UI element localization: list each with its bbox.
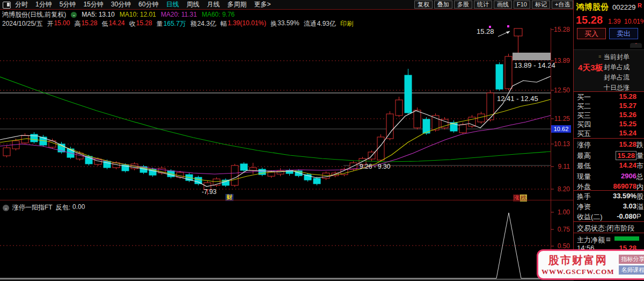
ohlc-info-line: 2024/10/25/五开15.00高15.28低14.24收15.28量165…	[2, 20, 353, 27]
day-info-token: 幅1.39(10.01%)	[221, 19, 266, 28]
day-info-token: 高15.28	[74, 19, 97, 28]
limit-up-rank-badge[interactable]: 涨 榜	[513, 194, 527, 201]
period-item-月线[interactable]: 月线	[207, 0, 219, 9]
axis-label: 8.20	[551, 185, 570, 193]
order-row-买四[interactable]: 买四15.25	[574, 120, 644, 128]
window-layout-icon[interactable]	[3, 2, 11, 9]
margin-flag: R	[638, 2, 642, 9]
order-row-买三[interactable]: 买三15.26	[574, 111, 644, 119]
axis-label: 10.13	[551, 140, 570, 148]
panel-separator	[574, 190, 644, 191]
quote-panel: 鸿博股份 002229 R 15.28 1.39 10.01% 买入 卖出 ⌃ …	[574, 0, 644, 281]
stat-row-最低: 最低14.24市	[574, 161, 644, 170]
day-info-token: 换33.59%	[270, 19, 299, 28]
trading-status: 交易状态:闭市阶段	[577, 224, 635, 233]
axis-label: 11.25	[551, 115, 570, 123]
period-item-60分钟[interactable]: 60分钟	[138, 0, 158, 9]
ma-values: MA5: 13.10MA10: 12.01MA20: 11.31MA60: 9.…	[82, 11, 235, 18]
axis-border	[551, 28, 551, 278]
period-item-周线[interactable]: 周线	[186, 0, 199, 9]
order-row-买一[interactable]: 买一15.28	[574, 92, 644, 101]
current-price: 15.28	[576, 14, 603, 26]
watermark: 股市财富网 WWW.GSCFW.COM 指标分享名师课程	[537, 249, 644, 280]
collapse-circle-icon[interactable]: ⌄	[71, 12, 77, 18]
watermark-badge[interactable]: 指标分享	[619, 255, 644, 264]
indicator-field: 反包:	[56, 203, 70, 212]
day-info-token: 开15.00	[47, 19, 70, 28]
trading-app-window: 分时1分钟5分钟15分钟30分钟60分钟日线周线月线多周期更多> 复权叠加多股统…	[0, 0, 644, 281]
price-change: 1.39	[608, 18, 620, 25]
seal-line: 当前封单	[604, 53, 630, 62]
indicator-name: 涨停一阳指FT	[12, 203, 53, 212]
pane-divider[interactable]	[0, 200, 574, 200]
period-item-多周期[interactable]: 多周期	[227, 0, 246, 9]
topbar-divider	[0, 9, 644, 10]
watermark-badges: 指标分享名师课程	[619, 255, 644, 275]
chart-info-line: 鸿博股份(日线,前复权) ⌄ MA5: 13.10MA10: 12.01MA20…	[2, 11, 235, 18]
axis-label: 12.50	[551, 87, 570, 94]
order-row-买五[interactable]: 买五15.24	[574, 129, 644, 138]
watermark-badge[interactable]: 名师课程	[619, 265, 644, 275]
period-item-1分钟[interactable]: 1分钟	[35, 0, 52, 9]
limit-up-streak: 4天3板	[578, 63, 603, 73]
buy-button[interactable]: 买入	[577, 28, 606, 39]
zone-low-annotation: 9.26 - 9.30	[360, 163, 390, 170]
tool-button-+自选[interactable]: +自选	[552, 1, 573, 9]
axis-label: 13.89	[551, 57, 570, 64]
axis-label: 9.11	[551, 163, 570, 170]
ma-token: MA60: 9.76	[202, 11, 235, 18]
stat-row-净资: 净资3.03溢	[574, 202, 644, 211]
day-info-token: 流通4.93亿	[304, 19, 336, 28]
seal-info-block: 4天3板 ≡ 当前封单封单占成封单占流十日总涨	[574, 49, 644, 91]
tool-button-叠加[interactable]: 叠加	[434, 1, 452, 9]
stock-code: 002229	[612, 3, 635, 11]
period-item-5分钟[interactable]: 5分钟	[60, 0, 76, 9]
drawn-line-value-box: 10.62	[551, 125, 571, 133]
collapse-icon[interactable]: ⌄	[3, 205, 9, 211]
stock-name: 鸿博股份	[576, 2, 609, 12]
day-info-token: 印刷	[340, 19, 353, 28]
day-info-token: 量165.7万	[157, 19, 186, 28]
indicator-value: 0.00	[72, 203, 85, 212]
tool-button-F10[interactable]: F10	[514, 1, 530, 9]
panel-separator	[574, 138, 644, 139]
tool-button-标记[interactable]: 标记	[532, 1, 550, 9]
axis-label: 1.00	[551, 208, 570, 216]
top-menu-bar: 分时1分钟5分钟15分钟30分钟60分钟日线周线月线多周期更多> 复权叠加多股统…	[0, 0, 644, 9]
period-item-分时[interactable]: 分时	[15, 0, 28, 9]
axis-label: 0.50	[551, 242, 570, 250]
seal-line: 封单占成	[604, 63, 630, 72]
zone-mid-annotation: 12.41 - 12.45	[497, 95, 538, 103]
tool-button-多股[interactable]: 多股	[454, 1, 472, 9]
period-item-日线[interactable]: 日线	[166, 0, 179, 9]
low-price-annotation: -7.93	[202, 188, 216, 196]
tool-button-统计[interactable]: 统计	[474, 1, 492, 9]
tool-button-复权[interactable]: 复权	[414, 1, 433, 9]
candlestick-chart[interactable]	[0, 0, 573, 281]
seal-line: 封单占流	[604, 73, 630, 82]
sell-button[interactable]: 卖出	[609, 28, 638, 39]
period-menu: 分时1分钟5分钟15分钟30分钟60分钟日线周线月线多周期更多>	[15, 0, 270, 9]
period-item-30分钟[interactable]: 30分钟	[111, 0, 131, 9]
order-row-买二[interactable]: 买二15.27	[574, 102, 644, 110]
stat-row-现量: 现量2906总	[574, 172, 644, 181]
tool-button-画线[interactable]: 画线	[494, 1, 512, 9]
day-info-token: 额24.3亿	[191, 19, 216, 28]
period-item-15分钟[interactable]: 15分钟	[83, 0, 103, 9]
day-info-token: 收15.28	[129, 19, 152, 28]
panel-collapse-tab[interactable]: ⌃	[630, 43, 642, 48]
stat-row-外盘: 外盘869078内	[574, 182, 644, 191]
period-item-更多>[interactable]: 更多>	[254, 0, 270, 9]
panel-separator	[574, 221, 644, 222]
price-change-pct: 10.01%	[624, 18, 644, 25]
list-icon: ≡	[598, 54, 601, 59]
stat-row-换手: 换手33.59%股	[574, 192, 644, 200]
sub-indicator-header: ⌄ 涨停一阳指FT 反包: 0.00	[3, 203, 85, 212]
ma-token: MA20: 11.31	[161, 11, 197, 18]
main-force-bar	[614, 236, 639, 241]
day-info-token: 低14.24	[101, 19, 125, 28]
watermark-url[interactable]: WWW.GSCFW.COM	[541, 268, 614, 276]
detail-list-icon[interactable]: ▤	[606, 236, 611, 242]
panel-separator	[574, 233, 644, 233]
last-price-annotation: 15.28	[477, 27, 494, 35]
